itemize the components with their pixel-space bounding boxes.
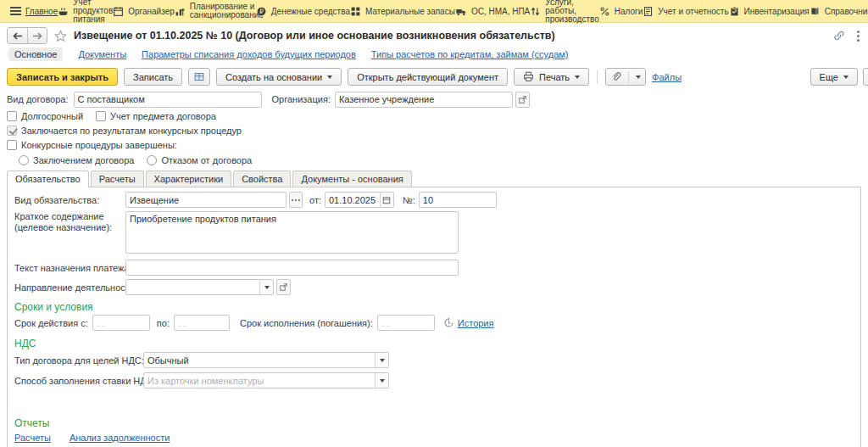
obligation-kind-field[interactable]: Извещение <box>125 192 287 208</box>
document-number-field[interactable]: 10 <box>419 192 497 208</box>
forward-button[interactable] <box>27 28 47 43</box>
history-link[interactable]: История <box>458 318 494 328</box>
forward-icon <box>33 32 42 40</box>
tab-settlements[interactable]: Расчеты <box>91 170 144 187</box>
menu-item-inventory[interactable]: Инвентаризация <box>729 6 810 17</box>
due-date-label: Срок исполнения (погашения): <box>240 318 373 328</box>
procedures-completed-label: Конкурсные процедуры завершены: <box>21 140 177 150</box>
link-icon[interactable] <box>833 30 845 42</box>
vat-contract-type-combo[interactable]: Обычный <box>143 352 389 368</box>
kebab-menu-icon[interactable] <box>857 31 860 42</box>
menu-item-label[interactable]: ОС, НМА, НПА <box>471 7 530 16</box>
calendar-button[interactable] <box>380 193 393 207</box>
nav-tab-main[interactable]: Основное <box>8 47 63 61</box>
nav-tab-documents[interactable]: Документы <box>78 49 126 59</box>
menu-item-label[interactable]: Материальные запасы <box>365 7 455 16</box>
contract-kind-field[interactable]: С поставщиком <box>74 92 262 108</box>
tab-characteristics[interactable]: Характеристики <box>146 170 232 187</box>
menu-item-label[interactable]: Органайзер <box>128 7 175 16</box>
subject-accounting-checkbox[interactable] <box>96 111 106 121</box>
create-based-on-button[interactable]: Создать на основании <box>216 68 342 86</box>
calendar-icon <box>382 196 391 204</box>
open-icon <box>518 95 527 104</box>
competitive-procedures-label: Заключается по результатам конкурсных пр… <box>21 126 242 136</box>
nav-tab-credit-types[interactable]: Типы расчетов по кредитам, займам (ссуда… <box>371 49 569 59</box>
services-icon <box>530 6 541 17</box>
star-icon[interactable] <box>54 30 67 42</box>
accounting-entries-button[interactable] <box>188 68 210 86</box>
competitive-procedures-checkbox[interactable] <box>7 126 17 136</box>
report-debt-analysis-link[interactable]: Анализ задолженности <box>70 433 170 443</box>
activity-direction-open-button[interactable] <box>276 279 291 295</box>
nav-tab-writeoff-params[interactable]: Параметры списания доходов будущих перио… <box>142 49 356 59</box>
menu-item-materials[interactable]: Материальные запасы <box>350 6 455 17</box>
vat-type-dropdown-button[interactable] <box>375 353 388 367</box>
menu-item-services[interactable]: Услуги, работы, производство <box>530 0 598 24</box>
reporting-icon <box>643 6 654 17</box>
menu-item-label[interactable]: Учет и отчетность <box>658 7 728 16</box>
valid-from-field[interactable]: . . <box>92 315 150 331</box>
menu-item-label[interactable]: Налоги <box>615 7 643 16</box>
valid-to-label: по: <box>157 318 170 328</box>
vat-rate-method-combo[interactable]: Из карточки номенклатуры <box>143 372 389 388</box>
menu-item-money[interactable]: Денежные средства <box>256 6 350 17</box>
activity-direction-field[interactable] <box>125 279 274 295</box>
menu-item-reference[interactable]: Справочники <box>810 6 868 17</box>
menu-item-label[interactable]: Главное <box>25 7 58 16</box>
activity-direction-dropdown-button[interactable] <box>259 280 273 294</box>
obligation-kind-select-button[interactable] <box>289 192 303 208</box>
history-icon <box>443 317 454 328</box>
vat-method-dropdown-button[interactable] <box>375 373 388 388</box>
valid-to-field[interactable]: . . <box>174 315 230 331</box>
print-button[interactable]: Печать <box>514 68 589 86</box>
refuse-contract-radio[interactable] <box>147 155 157 165</box>
date-from-label: от: <box>309 195 321 205</box>
food-icon <box>58 6 69 17</box>
organization-open-button[interactable] <box>515 92 530 108</box>
menu-item-label[interactable]: Учет продуктов питания <box>73 0 113 24</box>
payment-purpose-field[interactable] <box>125 260 459 276</box>
attachments-button[interactable] <box>605 68 646 86</box>
longterm-label: Долгосрочный <box>21 111 83 121</box>
save-and-close-button[interactable]: Записать и закрыть <box>7 68 118 86</box>
menu-item-label[interactable]: Денежные средства <box>271 7 350 16</box>
hamburger-icon[interactable] <box>10 7 21 15</box>
terms-section-header: Сроки и условия <box>14 301 854 313</box>
tab-base-documents[interactable]: Документы - основания <box>292 170 411 187</box>
menu-item-reporting[interactable]: Учет и отчетность <box>643 6 728 17</box>
menu-item-assets[interactable]: ОС, НМА, НПА <box>455 6 530 17</box>
menu-item-main[interactable]: Главное <box>10 7 58 16</box>
organization-field[interactable]: Казенное учреждение <box>335 92 513 108</box>
conclude-contract-radio[interactable] <box>19 155 29 165</box>
procedures-completed-checkbox[interactable] <box>7 140 17 150</box>
toolbar: Записать и закрыть Записать Создать на о… <box>0 65 868 90</box>
clipped-button[interactable] <box>863 68 868 86</box>
menu-item-planning[interactable]: Планирование и санкционирование <box>175 3 256 20</box>
more-button[interactable]: Еще <box>810 68 858 86</box>
valid-from-label: Срок действия с: <box>14 318 88 328</box>
due-date-field[interactable]: . . <box>377 315 435 331</box>
menu-item-label[interactable]: Справочники <box>825 7 868 16</box>
menu-item-taxes[interactable]: Налоги <box>599 6 643 17</box>
menu-item-label[interactable]: Планирование и санкционирование <box>190 3 264 20</box>
subject-accounting-label: Учет предмета договора <box>110 111 216 121</box>
menu-item-organizer[interactable]: Органайзер <box>113 6 175 17</box>
report-settlements-link[interactable]: Расчеты <box>14 433 51 443</box>
longterm-checkbox[interactable] <box>7 111 17 121</box>
number-label: №: <box>403 195 415 205</box>
tab-obligation[interactable]: Обязательство <box>7 170 89 187</box>
document-date-field[interactable]: 01.10.2025 <box>325 192 394 208</box>
form-area: Вид договора: С поставщиком Организация:… <box>0 91 868 447</box>
brief-content-textarea[interactable]: Приобретение продуктов питания <box>125 211 459 254</box>
menu-item-food-products[interactable]: Учет продуктов питания <box>58 0 113 24</box>
planning-icon <box>175 6 186 17</box>
save-button[interactable]: Записать <box>124 68 182 86</box>
ellipsis-icon <box>292 199 300 201</box>
open-active-document-button[interactable]: Открыть действующий документ <box>348 68 508 86</box>
files-link[interactable]: Файлы <box>652 72 682 82</box>
back-button[interactable] <box>8 28 27 43</box>
menu-item-label[interactable]: Услуги, работы, производство <box>545 0 598 24</box>
print-icon <box>523 71 534 82</box>
menu-item-label[interactable]: Инвентаризация <box>744 7 810 16</box>
tab-properties[interactable]: Свойства <box>233 170 291 187</box>
